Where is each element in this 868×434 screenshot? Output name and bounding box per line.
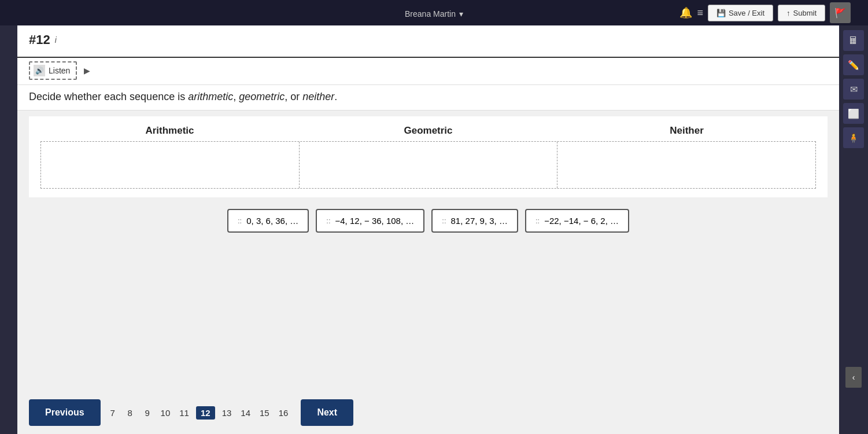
question-text: Decide whether each sequence is arithmet… [17, 85, 839, 111]
submit-label: Submit [793, 9, 817, 17]
page-num-8[interactable]: 8 [124, 407, 136, 419]
sequence-text-4: −22, −14, − 6, 2, … [544, 216, 619, 226]
dropdown-icon[interactable]: ▾ [459, 9, 463, 19]
question-comma2: , or [285, 91, 302, 102]
previous-label: Previous [45, 407, 84, 417]
page-numbers: 78910111213141516 [106, 406, 291, 420]
next-label: Next [317, 407, 337, 417]
sidebar-person-button[interactable]: 🧍 [843, 127, 864, 148]
drop-zones-row [40, 141, 816, 189]
label-neither: Neither [557, 125, 816, 137]
sequence-card-4[interactable]: :: −22, −14, − 6, 2, … [525, 209, 629, 233]
main-wrapper: #12 i 🔊 Listen ▶ Decide whether each seq… [0, 25, 868, 434]
page-num-10[interactable]: 10 [158, 407, 173, 419]
save-exit-button[interactable]: 💾 Save / Exit [708, 5, 773, 21]
question-number: #12 i [29, 32, 828, 47]
sequence-card-1[interactable]: :: 0, 3, 6, 36, … [227, 209, 309, 233]
listen-bar: 🔊 Listen ▶ [17, 58, 839, 85]
nav-area: Previous 78910111213141516 Next [17, 391, 839, 434]
sequence-card-3[interactable]: :: 81, 27, 9, 3, … [431, 209, 518, 233]
save-icon: 💾 [716, 9, 726, 17]
drag-handle-4: :: [535, 216, 540, 225]
sidebar-pen-button[interactable]: ✏️ [843, 54, 864, 75]
label-geometric: Geometric [299, 125, 557, 137]
question-italic2: geometric [239, 91, 285, 102]
sequence-card-2[interactable]: :: −4, 12, − 36, 108, … [316, 209, 424, 233]
next-button[interactable]: Next [301, 399, 353, 426]
speaker-icon: 🔊 [34, 65, 45, 76]
sidebar-square-button[interactable]: ⬜ [843, 103, 864, 124]
submit-icon: ↑ [786, 9, 791, 17]
sidebar-mail-button[interactable]: ✉ [843, 79, 864, 100]
listen-button[interactable]: 🔊 Listen [29, 61, 77, 80]
page-num-14[interactable]: 14 [238, 407, 253, 419]
drag-handle-2: :: [326, 216, 330, 225]
left-strip [0, 25, 17, 434]
drop-zones-container: Arithmetic Geometric Neither [29, 116, 828, 197]
page-num-11[interactable]: 11 [177, 407, 191, 419]
listen-label: Listen [49, 66, 70, 75]
page-num-7[interactable]: 7 [106, 407, 119, 419]
question-comma1: , [233, 91, 239, 102]
question-prefix: Decide whether each sequence is [29, 91, 188, 102]
previous-button[interactable]: Previous [29, 399, 101, 426]
flag-button[interactable]: 🚩 [830, 2, 851, 23]
user-info: Breana Martin ▾ [405, 9, 463, 19]
bell-icon: 🔔 [679, 6, 692, 19]
sequence-text-2: −4, 12, − 36, 108, … [335, 216, 415, 226]
top-right-actions: 🔔 ≡ 💾 Save / Exit ↑ Submit 🚩 [679, 2, 851, 23]
sequences-container: :: 0, 3, 6, 36, … :: −4, 12, − 36, 108, … [17, 203, 839, 238]
play-button[interactable]: ▶ [82, 66, 90, 75]
menu-icon: ≡ [697, 7, 703, 19]
submit-button[interactable]: ↑ Submit [778, 5, 825, 21]
drop-zone-neither[interactable] [557, 142, 815, 188]
drop-zones-header: Arithmetic Geometric Neither [40, 125, 816, 137]
save-exit-label: Save / Exit [729, 9, 764, 17]
sequence-text-3: 81, 27, 9, 3, … [451, 216, 508, 226]
page-num-13[interactable]: 13 [220, 407, 234, 419]
drag-handle-1: :: [238, 216, 242, 225]
question-italic1: arithmetic [188, 91, 233, 102]
question-num-text: #12 [29, 32, 50, 47]
drop-zone-arithmetic[interactable] [41, 142, 300, 188]
page-num-15[interactable]: 15 [257, 407, 272, 419]
collapse-icon: ‹ [852, 373, 855, 382]
drop-zone-geometric[interactable] [300, 142, 558, 188]
page-num-9[interactable]: 9 [141, 407, 154, 419]
question-header: #12 i [17, 25, 839, 58]
drag-handle-3: :: [442, 216, 446, 225]
top-bar: Breana Martin ▾ 🔔 ≡ 💾 Save / Exit ↑ Subm… [0, 0, 868, 25]
play-icon: ▶ [84, 66, 90, 75]
sidebar-calculator-button[interactable]: 🖩 [843, 30, 864, 51]
right-sidebar: 🖩 ✏️ ✉ ⬜ 🧍 ‹ [839, 25, 868, 434]
info-icon[interactable]: i [55, 35, 57, 45]
page-num-12[interactable]: 12 [196, 406, 215, 420]
sequence-text-1: 0, 3, 6, 36, … [246, 216, 298, 226]
page-num-16[interactable]: 16 [276, 407, 291, 419]
question-italic3: neither [302, 91, 334, 102]
collapse-sidebar-button[interactable]: ‹ [845, 367, 862, 388]
label-arithmetic: Arithmetic [40, 125, 299, 137]
question-suffix: . [334, 91, 337, 102]
left-panel: #12 i 🔊 Listen ▶ Decide whether each seq… [17, 25, 839, 434]
user-name: Breana Martin [405, 9, 456, 19]
